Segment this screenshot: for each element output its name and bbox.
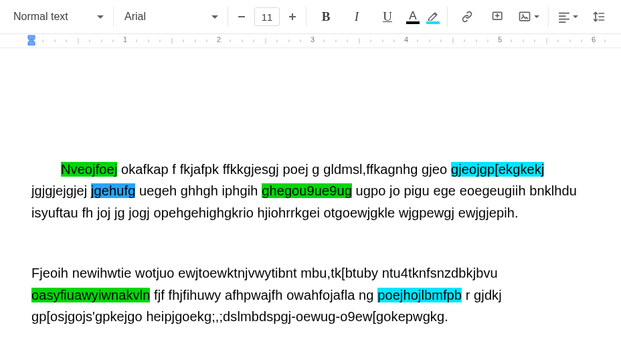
highlight-color-swatch (426, 21, 440, 24)
left-indent-marker[interactable] (27, 35, 36, 46)
highlight-color-button[interactable] (423, 6, 443, 27)
bold-button[interactable]: B (310, 5, 341, 28)
line-spacing-button[interactable] (584, 5, 614, 28)
highlighted-text: jgehufg (91, 183, 135, 198)
chevron-down-icon (573, 15, 578, 18)
chevron-down-icon (97, 15, 104, 19)
highlighted-text: gjeojgp[ekgkekj (451, 162, 544, 177)
ruler-label: 3 (310, 35, 315, 43)
ruler-label: 1 (123, 35, 127, 43)
svg-rect-2 (292, 13, 293, 20)
separator (447, 7, 448, 27)
insert-link-button[interactable] (452, 5, 482, 28)
svg-rect-0 (238, 16, 245, 17)
image-icon (518, 10, 531, 23)
increase-font-size-button[interactable] (283, 7, 302, 26)
separator (113, 7, 114, 27)
ruler-label: 5 (498, 35, 502, 43)
document-area: Nveojfoej okafkap f fkjafpk ffkkgjesgj p… (0, 48, 621, 364)
text-color-swatch (406, 21, 420, 24)
minus-icon (237, 12, 246, 21)
comment-plus-icon (491, 10, 505, 23)
insert-image-button[interactable] (513, 5, 544, 28)
highlighted-text: poejhojlbmfpb (377, 288, 462, 302)
paragraph-style-dropdown[interactable]: Normal text (7, 5, 109, 28)
highlighted-text: Nveojfoej (61, 162, 117, 177)
decrease-font-size-button[interactable] (232, 7, 251, 26)
font-size-group (232, 7, 302, 26)
separator (228, 7, 228, 27)
bold-icon: B (322, 9, 331, 24)
svg-point-5 (522, 14, 524, 16)
ruler-label: 4 (404, 35, 408, 43)
paragraph[interactable]: Nveojfoej okafkap f fkjafpk ffkkgjesgj p… (31, 159, 594, 223)
formatting-toolbar: Normal text Arial B I U A (0, 0, 621, 34)
italic-button[interactable]: I (341, 5, 372, 28)
text-run: Fjeoih newihwtie wotjuo ewjtoewktnjvwyti… (31, 266, 498, 280)
font-family-label: Arial (124, 11, 146, 23)
highlighter-icon (427, 11, 439, 21)
add-comment-button[interactable] (482, 5, 513, 28)
text-run: jgjgjejgjej (31, 183, 91, 198)
font-family-dropdown[interactable]: Arial (118, 5, 224, 28)
underline-icon: U (383, 9, 392, 24)
align-left-icon (558, 11, 570, 23)
text-color-button[interactable]: A (403, 6, 423, 27)
page-body[interactable]: Nveojfoej okafkap f fkjafpk ffkkgjesgj p… (31, 159, 594, 364)
svg-rect-4 (520, 12, 530, 20)
text-color-icon: A (409, 11, 416, 21)
paragraph-style-label: Normal text (13, 11, 68, 23)
text-run: uegeh ghhgh iphgih (135, 183, 262, 198)
align-button[interactable] (553, 5, 584, 28)
font-size-input[interactable] (254, 7, 280, 26)
plus-icon (288, 12, 297, 21)
ruler-label: 2 (217, 35, 221, 43)
chevron-down-icon (211, 15, 218, 19)
highlighted-text: oasyfiuawyiwnakvln (31, 288, 150, 302)
italic-icon: I (355, 9, 359, 24)
highlighted-text: ghegou9ue9ug (262, 183, 352, 198)
text-run: okafkap f fkjafpk ffkkgjesgj poej g gldm… (117, 162, 451, 177)
underline-button[interactable]: U (372, 5, 403, 28)
separator (306, 7, 306, 27)
line-spacing-icon (592, 10, 606, 23)
chevron-down-icon (534, 15, 539, 18)
separator (548, 7, 549, 27)
paragraph[interactable]: Fjeoih newihwtie wotjuo ewjtoewktnjvwyti… (31, 262, 594, 327)
ruler-label: 6 (592, 35, 596, 43)
text-run: fjf fhjfihuwy afhpwajfh owahfojafla ng (150, 288, 377, 302)
link-icon (460, 10, 474, 23)
horizontal-ruler[interactable]: 1 2 3 4 5 6 (0, 34, 621, 48)
